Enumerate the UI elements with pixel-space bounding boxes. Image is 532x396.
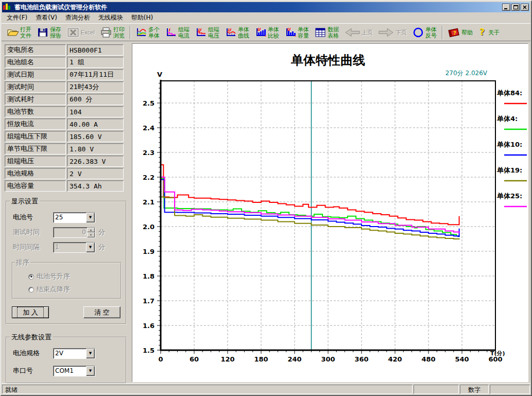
toolbar-button-cell-curve-chart[interactable]: U单体曲线 bbox=[222, 25, 251, 40]
legend-label-2: 单体10: bbox=[496, 141, 522, 148]
group-current-chart-icon: I bbox=[165, 27, 177, 38]
radio-selected-icon[interactable] bbox=[28, 274, 34, 280]
radio-unselected-icon[interactable] bbox=[28, 287, 34, 292]
svg-text:U: U bbox=[257, 27, 261, 32]
minimize-button[interactable] bbox=[502, 4, 510, 11]
x-tick-label: 540 bbox=[455, 355, 469, 363]
clear-button[interactable]: 清 空 bbox=[83, 306, 121, 318]
toolbar-button-help-book[interactable]: ?帮助 bbox=[445, 25, 475, 40]
info-value: 185.60 V bbox=[67, 131, 124, 142]
toolbar-button-save[interactable]: 保存报告 bbox=[35, 25, 63, 40]
next-page-arrow-icon bbox=[378, 27, 394, 38]
menu-item-4[interactable]: 帮助(H) bbox=[127, 12, 157, 23]
toolbar-button-about-question[interactable]: ??关于 bbox=[476, 25, 502, 40]
info-label: 单节电压下限 bbox=[5, 143, 66, 154]
sort-desc-label: 结束点降序 bbox=[37, 285, 70, 294]
toolbar-button-excel: Excel bbox=[64, 25, 97, 40]
prev-page-arrow-icon bbox=[344, 27, 361, 38]
dropdown-arrow-icon[interactable]: ▼ bbox=[86, 349, 95, 358]
y-tick-label: 2.2 bbox=[143, 174, 155, 181]
add-button[interactable]: 加 入 bbox=[12, 306, 49, 318]
save-icon bbox=[37, 27, 49, 38]
legend-label-0: 单体84: bbox=[496, 89, 522, 97]
y-axis-label: V bbox=[157, 71, 162, 78]
info-row-3: 测试时间21时43分 bbox=[5, 81, 128, 93]
y-tick-label: 1.6 bbox=[143, 322, 155, 330]
left-panel: 变电所名HSB000F1电池组名1 组测试日期07年11月11日测试时间21时4… bbox=[2, 41, 130, 384]
toolbar-button-data-table[interactable]: 数据表格 bbox=[312, 25, 341, 40]
x-axis-label: T(分) bbox=[490, 350, 505, 357]
toolbar-button-label: 帮助 bbox=[461, 29, 473, 36]
info-value: 354.3 Ah bbox=[67, 180, 124, 192]
menu-item-1[interactable]: 查看(V) bbox=[31, 12, 61, 23]
battery-spec-row: 电池规格 2V ▼ bbox=[13, 348, 123, 359]
battery-no-value: 25 bbox=[54, 213, 86, 222]
display-buttons-row: 加 入 清 空 bbox=[12, 306, 121, 318]
toolbar-button-printer[interactable]: 打印浏览 bbox=[98, 25, 127, 40]
main-area: 变电所名HSB000F1电池组名1 组测试日期07年11月11日测试时间21时4… bbox=[2, 41, 530, 384]
info-label: 电池容量 bbox=[5, 180, 66, 192]
toolbar-button-cell-compare-bars[interactable]: U单体比较 bbox=[252, 25, 281, 40]
toolbar-button-group-current-chart[interactable]: I组端电流 bbox=[163, 25, 192, 40]
series-line-4 bbox=[161, 177, 459, 233]
info-value: 226.383 V bbox=[67, 156, 124, 167]
info-label: 变电所名 bbox=[5, 44, 66, 56]
battery-spec-value: 2V bbox=[54, 349, 86, 358]
toolbar-button-cell-capacity-bars[interactable]: U单体容量 bbox=[282, 25, 311, 40]
display-settings-group: 显示设置 电池号 25 ▼ 测试时间 0 ▲▼ 分 bbox=[6, 197, 127, 324]
minimize-icon bbox=[504, 6, 508, 9]
info-value: 07年11月11日 bbox=[67, 69, 124, 80]
toolbar-button-label: 单体容量 bbox=[298, 26, 309, 39]
y-tick-label: 1.7 bbox=[143, 297, 155, 305]
toolbar-button-label: 组端电压 bbox=[208, 26, 219, 39]
toolbar-button-multi-cell-chart[interactable]: 多个单体 bbox=[133, 25, 162, 40]
y-tick-label: 1.5 bbox=[143, 347, 155, 354]
com-port-row: 串口号 COM1 ▼ bbox=[13, 365, 123, 376]
toolbar-button-open-folder[interactable]: 打开文件 bbox=[5, 25, 33, 40]
x-tick-label: 300 bbox=[321, 355, 335, 363]
toolbar: 打开文件保存报告Excel打印浏览多个单体I组端电流U组端电压U单体曲线U单体比… bbox=[2, 23, 530, 41]
info-label: 电池规格 bbox=[5, 168, 66, 179]
maximize-icon bbox=[513, 5, 518, 9]
window-title: 蓄电池组负载测试仪管理分析软件 bbox=[14, 3, 502, 12]
spin-down-icon: ▼ bbox=[87, 232, 95, 237]
group-voltage-chart-icon: U bbox=[195, 27, 207, 38]
cell-capacity-bars-icon: U bbox=[284, 27, 297, 38]
x-tick-label: 60 bbox=[190, 355, 199, 363]
toolbar-button-group-voltage-chart[interactable]: U组端电压 bbox=[193, 25, 221, 40]
info-value: 40.00 A bbox=[67, 118, 124, 130]
status-pane-num: 数字 bbox=[460, 385, 489, 394]
add-button-label: 加 入 bbox=[18, 307, 43, 318]
sort-desc-option[interactable]: 结束点降序 bbox=[28, 285, 118, 294]
svg-text:?: ? bbox=[479, 27, 485, 37]
sort-asc-option[interactable]: 电池号升序 bbox=[28, 272, 118, 281]
info-value: 1.80 V bbox=[67, 143, 124, 154]
info-label: 测试日期 bbox=[5, 69, 66, 80]
cursor-readout: 270分 2.026V bbox=[445, 70, 488, 77]
battery-no-select[interactable]: 25 ▼ bbox=[53, 212, 95, 223]
com-port-select[interactable]: COM1 ▼ bbox=[53, 366, 95, 376]
invert-circle-icon bbox=[412, 27, 424, 38]
info-value: 21时43分 bbox=[67, 81, 124, 93]
battery-spec-select[interactable]: 2V ▼ bbox=[53, 348, 95, 359]
x-tick-label: 180 bbox=[254, 355, 268, 363]
chart-panel: 单体特性曲线V270分 2.026V1.51.61.71.81.92.02.12… bbox=[132, 43, 528, 382]
maximize-button[interactable] bbox=[511, 4, 520, 11]
info-value: 2 V bbox=[67, 168, 124, 179]
toolbar-button-label: 单体反号 bbox=[425, 26, 437, 39]
menu-item-2[interactable]: 查询分析 bbox=[61, 12, 94, 23]
info-value: HSB000F1 bbox=[67, 44, 124, 56]
toolbar-button-invert-circle[interactable]: 单体反号 bbox=[410, 25, 439, 40]
dropdown-arrow-icon[interactable]: ▼ bbox=[86, 366, 95, 376]
help-book-icon: ? bbox=[447, 27, 460, 38]
wireless-settings-group: 无线参数设置 电池规格 2V ▼ 串口号 COM1 ▼ bbox=[6, 333, 127, 384]
series-line-0 bbox=[161, 165, 459, 225]
menu-item-0[interactable]: 文件(F) bbox=[3, 12, 31, 23]
dropdown-arrow-icon[interactable]: ▼ bbox=[86, 213, 95, 222]
toolbar-button-next-page-arrow: 下页 bbox=[376, 26, 409, 39]
close-button[interactable] bbox=[521, 4, 529, 11]
info-label: 组端电压 bbox=[5, 156, 66, 167]
excel-icon bbox=[66, 27, 80, 38]
x-tick-label: 420 bbox=[388, 355, 402, 363]
menu-item-3[interactable]: 无线模块 bbox=[94, 12, 127, 23]
